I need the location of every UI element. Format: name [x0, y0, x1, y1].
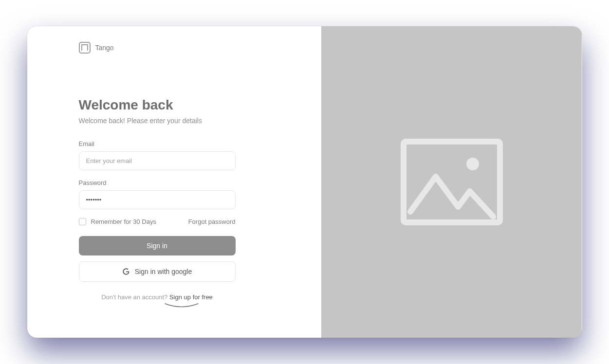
google-signin-label: Sign in with google	[135, 268, 192, 275]
email-input[interactable]	[79, 151, 236, 170]
signup-row: Don't have an account? Sign up for free	[79, 293, 236, 301]
signup-link[interactable]: Sign up for free	[169, 293, 213, 301]
page-subtitle: Welcome back! Please enter your details	[79, 117, 238, 125]
login-frame: Tango Welcome back Welcome back! Please …	[27, 26, 582, 338]
remember-group: Remember for 30 Days	[79, 218, 156, 225]
underline-decoration-icon	[165, 303, 199, 309]
email-label: Email	[79, 140, 238, 147]
left-panel: Tango Welcome back Welcome back! Please …	[27, 26, 321, 338]
login-form: Welcome back Welcome back! Please enter …	[27, 54, 238, 301]
brand-name: Tango	[95, 44, 114, 52]
brand-row: Tango	[27, 42, 321, 54]
page-title: Welcome back	[79, 97, 238, 113]
google-signin-button[interactable]: Sign in with google	[79, 261, 236, 282]
options-row: Remember for 30 Days Forgot password	[79, 218, 236, 225]
right-panel	[321, 26, 582, 338]
signup-prompt: Don't have an account?	[101, 293, 169, 301]
remember-label: Remember for 30 Days	[91, 218, 156, 225]
password-input[interactable]	[79, 190, 236, 209]
brand-logo-icon	[79, 42, 91, 54]
svg-point-1	[466, 158, 479, 170]
image-placeholder-icon	[401, 139, 503, 225]
signin-button[interactable]: Sign in	[79, 236, 236, 255]
forgot-password-link[interactable]: Forgot password	[188, 218, 236, 225]
google-icon	[122, 268, 130, 275]
password-label: Password	[79, 179, 238, 186]
remember-checkbox[interactable]	[79, 218, 86, 225]
